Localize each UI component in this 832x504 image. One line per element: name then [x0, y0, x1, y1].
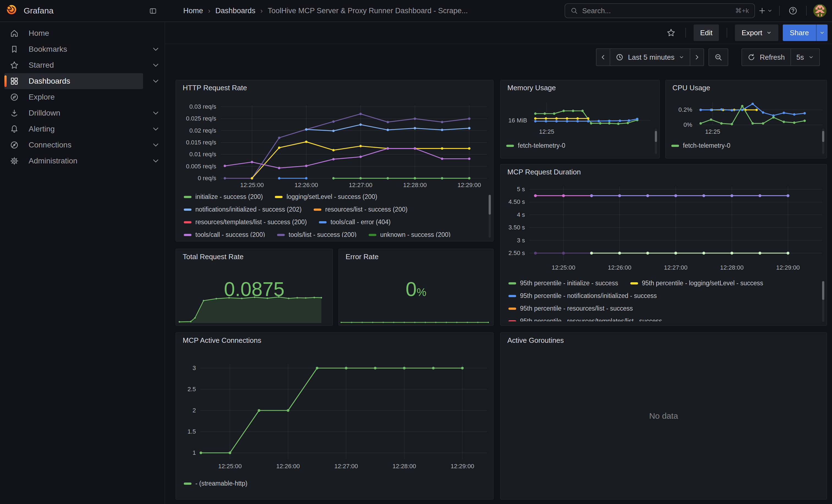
- favorite-star-button[interactable]: [665, 25, 678, 41]
- legend-scrollbar-thumb[interactable]: [489, 195, 491, 215]
- time-forward-button[interactable]: [690, 48, 704, 66]
- refresh-interval-picker[interactable]: 5s: [790, 48, 820, 66]
- sidebar-item-body[interactable]: Starred: [4, 57, 143, 73]
- time-range-picker[interactable]: Last 5 minutes: [610, 48, 690, 66]
- panel-http-request-rate: HTTP Request Rate 12:25:0012:26:0012:27:…: [176, 80, 494, 242]
- bell-icon: [10, 125, 19, 133]
- breadcrumb: Home›Dashboards›ToolHive MCP Server & Pr…: [183, 7, 468, 15]
- panel-title[interactable]: MCP Active Connections: [183, 336, 261, 345]
- time-back-button[interactable]: [596, 48, 610, 66]
- legend-item[interactable]: 95th percentile - resources/list - succe…: [509, 305, 633, 312]
- avatar[interactable]: [813, 4, 827, 17]
- svg-text:4.50 s: 4.50 s: [509, 198, 525, 205]
- refresh-button[interactable]: Refresh: [742, 48, 791, 66]
- legend-item[interactable]: tools/call - error (404): [319, 218, 391, 226]
- legend-item[interactable]: 95th percentile - notifications/initiali…: [509, 292, 657, 299]
- legend-label: 95th percentile - logging/setLevel - suc…: [642, 280, 763, 287]
- sidebar-item-body[interactable]: Connections: [4, 137, 143, 153]
- sidebar-item-body[interactable]: Bookmarks: [4, 41, 143, 57]
- legend-color-pill: [184, 234, 191, 236]
- panel-error-rate: Error Rate 0%: [338, 249, 494, 326]
- zoom-out-icon: [714, 53, 722, 61]
- panel-title[interactable]: Error Rate: [345, 253, 379, 261]
- legend-item[interactable]: resources/templates/list - success (200): [184, 218, 307, 226]
- legend-item[interactable]: fetch-telemetry-0: [506, 142, 565, 150]
- sidebar-item-body[interactable]: Home: [4, 25, 143, 41]
- legend-item[interactable]: resources/list - success (200): [314, 206, 408, 213]
- breadcrumb-item[interactable]: Home: [183, 7, 203, 15]
- legend-item[interactable]: 95th percentile - resources/templates/li…: [509, 317, 662, 321]
- grafana-logo[interactable]: [5, 4, 18, 18]
- sidebar-item-body[interactable]: Dashboards: [4, 73, 143, 89]
- legend-scrollbar-thumb[interactable]: [655, 131, 657, 142]
- legend-item[interactable]: 95th percentile - initialize - success: [509, 280, 618, 287]
- legend-item[interactable]: fetch-telemetry-0: [671, 142, 730, 150]
- legend-item[interactable]: tools/call - success (200): [184, 231, 265, 237]
- svg-text:12:28:00: 12:28:00: [403, 182, 427, 188]
- panel-title[interactable]: CPU Usage: [672, 84, 710, 92]
- zoom-out-button[interactable]: [708, 48, 728, 66]
- legend-label: fetch-telemetry-0: [518, 142, 565, 150]
- share-menu-button[interactable]: [816, 25, 828, 41]
- expand-chevron-icon[interactable]: [151, 77, 160, 85]
- expand-chevron-icon[interactable]: [151, 109, 160, 117]
- divider: [727, 28, 727, 38]
- chevron-down-icon: [767, 8, 773, 14]
- panel-mcp-active-connections: MCP Active Connections 12:25:0012:26:001…: [176, 332, 494, 500]
- legend-scrollbar-thumb[interactable]: [822, 131, 824, 142]
- expand-chevron-icon[interactable]: [151, 61, 160, 70]
- cpu-legend: fetch-telemetry-0: [671, 142, 803, 154]
- gear-icon: [10, 157, 19, 165]
- sidebar-item-body[interactable]: Alerting: [4, 121, 143, 137]
- edit-button[interactable]: Edit: [694, 25, 719, 41]
- panel-title[interactable]: HTTP Request Rate: [183, 84, 247, 92]
- svg-text:3 s: 3 s: [517, 237, 525, 244]
- help-icon: [788, 6, 797, 15]
- legend-color-pill: [319, 221, 327, 223]
- sidebar-item-body[interactable]: Explore: [4, 89, 143, 105]
- legend-item[interactable]: tools/list - success (200): [277, 231, 357, 237]
- legend-color-pill: [509, 308, 516, 310]
- legend-item[interactable]: unknown - success (200): [369, 231, 451, 237]
- svg-text:0.02 req/s: 0.02 req/s: [189, 127, 216, 134]
- legend-scrollbar-thumb[interactable]: [822, 281, 824, 300]
- panel-title[interactable]: MCP Request Duration: [508, 168, 581, 176]
- panel-memory-usage: Memory Usage 12:2516 MiB fetch-telemetry…: [500, 80, 660, 158]
- expand-chevron-icon[interactable]: [151, 125, 160, 133]
- brand-name: Grafana: [24, 6, 53, 16]
- header-actions: Search... ⌘+k: [565, 0, 832, 22]
- svg-text:2.50 s: 2.50 s: [509, 249, 525, 257]
- export-button[interactable]: Export: [735, 25, 778, 41]
- legend-item[interactable]: notifications/initialized - success (202…: [184, 206, 302, 213]
- legend-color-pill: [506, 145, 514, 147]
- divider: [806, 6, 807, 16]
- panel-title[interactable]: Active Goroutines: [508, 336, 564, 345]
- legend-label: tools/list - success (200): [289, 231, 357, 237]
- search-input[interactable]: Search... ⌘+k: [565, 3, 755, 18]
- share-button[interactable]: Share: [783, 25, 816, 41]
- plus-icon: [758, 7, 766, 15]
- legend-item[interactable]: - (streamable-http): [184, 480, 248, 487]
- legend-item[interactable]: logging/setLevel - success (200): [275, 193, 377, 201]
- legend-item[interactable]: 95th percentile - logging/setLevel - suc…: [630, 280, 763, 287]
- legend-item[interactable]: initialize - success (200): [184, 193, 263, 201]
- expand-chevron-icon[interactable]: [151, 157, 160, 165]
- expand-chevron-icon[interactable]: [151, 140, 160, 150]
- dock-menu-button[interactable]: [146, 4, 160, 18]
- nav-sidebar: HomeBookmarksStarredDashboardsExploreDri…: [0, 22, 165, 504]
- share-split-button: Share: [783, 25, 828, 41]
- breadcrumb-item[interactable]: Dashboards: [215, 7, 256, 15]
- panel-title[interactable]: Memory Usage: [508, 84, 556, 92]
- mcp-active-connections-chart[interactable]: 12:25:0012:26:0012:27:0012:28:0012:29:00…: [176, 333, 494, 500]
- panel-title[interactable]: Total Request Rate: [183, 253, 243, 261]
- plug-icon: [10, 140, 19, 150]
- export-label: Export: [742, 29, 762, 37]
- expand-chevron-icon[interactable]: [151, 45, 160, 54]
- svg-text:3: 3: [192, 365, 196, 371]
- svg-text:0.2%: 0.2%: [678, 106, 692, 113]
- sidebar-item-body[interactable]: Administration: [4, 153, 143, 169]
- help-button[interactable]: [786, 3, 800, 19]
- sidebar-item-body[interactable]: Drilldown: [4, 105, 143, 121]
- legend-color-pill: [184, 482, 191, 485]
- add-button[interactable]: [758, 3, 773, 19]
